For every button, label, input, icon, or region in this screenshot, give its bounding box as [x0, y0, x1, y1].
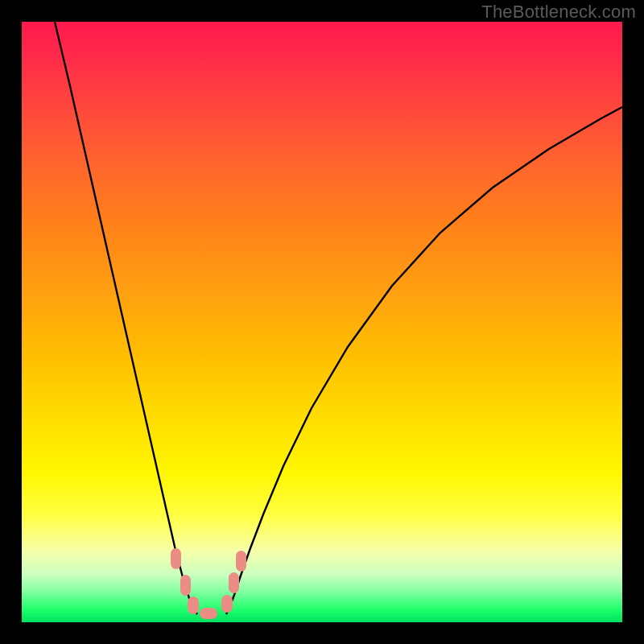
plot-area [22, 22, 622, 622]
curve-marker [188, 597, 199, 614]
curve-marker [171, 548, 181, 569]
curve-marker [200, 608, 217, 619]
curve-right-branch [226, 107, 622, 614]
curve-marker [236, 551, 246, 572]
curve-marker [221, 595, 233, 613]
bottleneck-curve [22, 22, 622, 622]
curve-marker [229, 572, 239, 593]
curve-left-branch [55, 22, 197, 614]
watermark-label: TheBottleneck.com [481, 2, 636, 23]
curve-marker [180, 575, 191, 596]
